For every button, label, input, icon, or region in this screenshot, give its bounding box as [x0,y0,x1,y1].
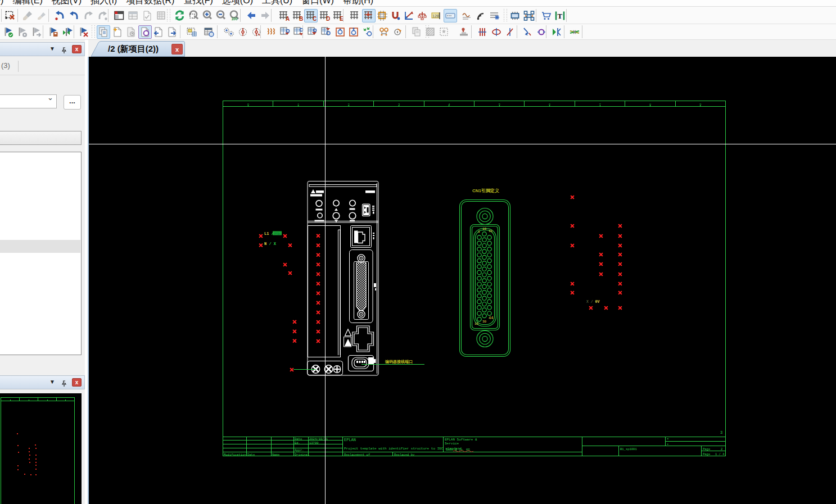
svg-text:0: 0 [247,103,249,107]
svg-text:N / X: N / X [264,242,277,246]
svg-text:A: A [286,16,290,21]
svg-text:EPLAN: EPLAN [344,438,356,442]
svg-text:15: 15 [475,322,479,326]
svg-text:1 / 4: 1 / 4 [715,452,725,456]
svg-text:3: 3 [720,430,722,435]
svg-text:Modification: Modification [224,453,246,457]
svg-text:D: D [326,16,330,21]
svg-text:Appr.: Appr. [295,448,304,452]
svg-text:Page: Page [703,452,710,456]
svg-text:Replaced by: Replaced by [394,453,415,457]
svg-text:Service: Service [445,442,459,446]
svg-text:13700: 13700 [309,441,319,445]
svg-text:EPLAN Software &: EPLAN Software & [445,438,477,442]
svg-text:8: 8 [649,103,651,107]
svg-text:1: 1 [478,230,480,234]
svg-text:Project template with identifi: Project template with identifier structu… [344,447,462,451]
svg-text:CN1引脚定义: CN1引脚定义 [472,188,500,193]
svg-text:Original: Original [295,453,309,457]
svg-text:128: 128 [432,14,439,18]
svg-text:编码器接线端口: 编码器接线端口 [385,359,413,364]
svg-text:6: 6 [549,103,550,107]
svg-text:T: T [558,12,563,20]
svg-text:B: B [299,16,303,21]
svg-text:Date: Date [247,453,255,457]
svg-text:9: 9 [699,103,701,107]
svg-text:100: 100 [232,17,238,21]
svg-text:L1 /: L1 / [264,231,274,236]
svg-text:Replacement of: Replacement of [344,453,370,457]
svg-text:Ed.: Ed. [295,441,300,445]
svg-text:Page: Page [703,447,710,451]
svg-text:2: 2 [348,103,350,107]
svg-text:2: 2 [721,447,722,451]
svg-text:控制: 控制 [274,232,281,236]
svg-text:+: + [667,442,668,446]
svg-text:31: 31 [489,229,493,233]
svg-text:Date: Date [295,437,302,441]
svg-text:X / 0V: X / 0V [586,300,600,304]
svg-text:5: 5 [499,103,500,107]
svg-text:B1_sp1001: B1_sp1001 [620,447,637,451]
svg-text:30: 30 [482,320,487,324]
svg-text:3: 3 [398,103,400,107]
svg-text:44: 44 [489,316,493,320]
svg-text:4: 4 [448,103,450,107]
svg-text:C: C [313,16,317,21]
svg-text:7: 7 [599,103,601,107]
svg-text:16: 16 [482,227,487,231]
svg-text:=: = [667,437,668,441]
svg-text:Name: Name [272,453,279,457]
svg-text:1: 1 [297,103,300,107]
